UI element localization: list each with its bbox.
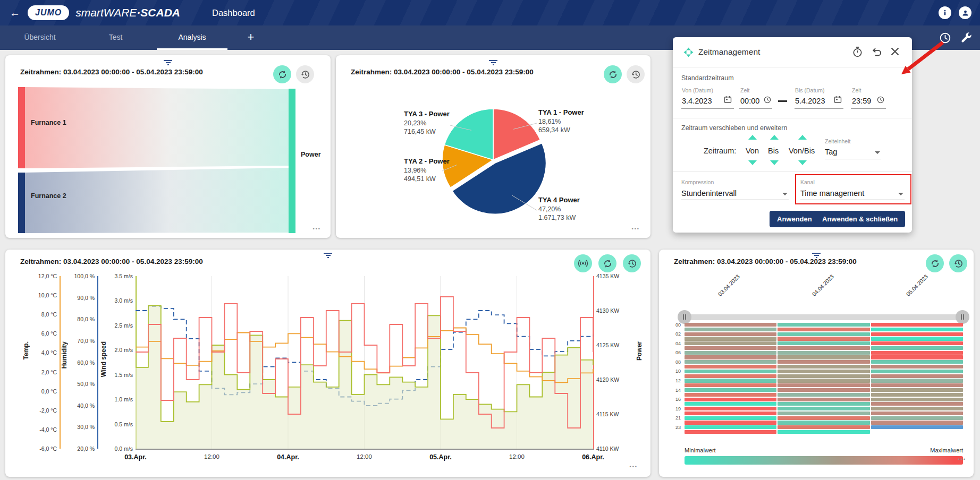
heatmap-cell[interactable]	[685, 332, 776, 336]
heatmap-cell[interactable]	[685, 355, 776, 359]
heatmap-cell[interactable]	[685, 346, 776, 350]
panel-menu-dots[interactable]: •••	[958, 457, 966, 462]
user-account-icon[interactable]	[959, 6, 971, 19]
heatmap-cell[interactable]	[871, 402, 963, 406]
heatmap-cell[interactable]	[778, 370, 869, 373]
clock-icon[interactable]	[877, 96, 884, 104]
clock-icon[interactable]	[764, 96, 771, 104]
chevron-down-icon[interactable]	[875, 151, 880, 154]
heatmap-grid[interactable]: 000204060810121416192123	[663, 323, 964, 435]
shift-bis-up-arrow[interactable]	[770, 135, 779, 140]
heatmap-cell[interactable]	[685, 393, 776, 397]
bis-datum-field[interactable]: 5.4.2023	[795, 97, 825, 105]
jumo-logo[interactable]: JUMO	[28, 5, 69, 20]
heatmap-cell[interactable]	[778, 430, 869, 434]
heatmap-cell[interactable]	[685, 412, 776, 415]
info-icon[interactable]	[939, 6, 951, 19]
heatmap-cell[interactable]	[871, 398, 963, 401]
tab-uebersicht[interactable]: Übersicht	[11, 25, 69, 48]
heatmap-cell[interactable]	[778, 402, 869, 406]
heatmap-cell[interactable]	[778, 412, 869, 415]
heatmap-cell[interactable]	[871, 323, 963, 327]
heatmap-cell[interactable]	[685, 407, 776, 410]
history-button[interactable]	[623, 254, 641, 272]
heatmap-cell[interactable]	[778, 425, 869, 429]
heatmap-cell[interactable]	[685, 341, 776, 345]
heatmap-cell[interactable]	[871, 351, 963, 355]
heatmap-cell[interactable]	[871, 328, 963, 331]
calendar-icon[interactable]	[834, 96, 842, 104]
chevron-down-icon[interactable]	[782, 193, 788, 195]
heatmap-cell[interactable]	[778, 365, 869, 368]
heatmap-cell[interactable]	[871, 416, 963, 420]
heatmap-cell[interactable]	[871, 332, 963, 336]
panel-menu-dots[interactable]: •••	[632, 226, 640, 232]
heatmap-cell[interactable]	[778, 388, 869, 392]
zeiteinheit-select[interactable]: Tag	[825, 148, 837, 156]
heatmap-cell[interactable]	[685, 370, 776, 373]
refresh-button[interactable]	[273, 65, 291, 83]
heatmap-cell[interactable]	[871, 412, 963, 415]
heatmap-cell[interactable]	[778, 383, 869, 387]
heatmap-cell[interactable]	[685, 402, 776, 406]
sankey-node-furnance1[interactable]	[18, 87, 25, 168]
heatmap-cell[interactable]	[685, 337, 776, 340]
line-plot-area[interactable]	[136, 276, 593, 449]
heatmap-cell[interactable]	[871, 341, 963, 345]
heatmap-cell[interactable]	[685, 374, 776, 378]
heatmap-cell[interactable]	[778, 393, 869, 397]
live-button[interactable]	[574, 254, 592, 272]
heatmap-cell[interactable]	[871, 393, 963, 397]
heatmap-cell[interactable]	[778, 360, 869, 364]
back-arrow-icon[interactable]: ←	[10, 7, 20, 19]
sankey-flow-furnance2[interactable]	[25, 168, 289, 233]
kompression-select[interactable]: Stundenintervall	[681, 189, 737, 198]
add-tab-button[interactable]: +	[242, 25, 260, 48]
sankey-flow-furnance1[interactable]	[25, 87, 289, 168]
heatmap-cell[interactable]	[685, 351, 776, 355]
heatmap-cell[interactable]	[778, 379, 869, 382]
heatmap-cell[interactable]	[685, 388, 776, 392]
tab-analysis[interactable]: Analysis	[157, 25, 227, 48]
heatmap-cell[interactable]	[685, 398, 776, 401]
heatmap-cell[interactable]	[871, 365, 963, 368]
bis-zeit-field[interactable]: 23:59	[852, 97, 871, 105]
heatmap-cell[interactable]	[778, 332, 869, 336]
heatmap-cell[interactable]	[871, 383, 963, 387]
filter-icon[interactable]	[323, 253, 333, 259]
heatmap-cell[interactable]	[685, 323, 776, 327]
heatmap-cell[interactable]	[871, 370, 963, 373]
apply-close-button[interactable]: Anwenden & schließen	[815, 211, 905, 227]
timer-icon[interactable]	[852, 46, 863, 57]
heatmap-cell[interactable]	[871, 346, 963, 350]
heatmap-cell[interactable]	[778, 346, 869, 350]
shift-von-up-arrow[interactable]	[748, 135, 757, 140]
heatmap-cell[interactable]	[871, 374, 963, 378]
heatmap-cell[interactable]	[871, 425, 963, 429]
heatmap-cell[interactable]	[871, 407, 963, 410]
sankey-node-furnance2[interactable]	[18, 173, 25, 233]
heatmap-cell[interactable]	[685, 383, 776, 387]
shift-vonbis-up-arrow[interactable]	[798, 135, 807, 140]
heatmap-cell[interactable]	[871, 355, 963, 359]
heatmap-cell[interactable]	[685, 379, 776, 382]
filter-icon[interactable]	[163, 60, 173, 66]
heatmap-cell[interactable]	[871, 337, 963, 340]
heatmap-cell[interactable]	[778, 416, 869, 420]
heatmap-cell[interactable]	[778, 328, 869, 331]
heatmap-cell[interactable]	[685, 430, 776, 434]
heatmap-cell[interactable]	[871, 379, 963, 382]
heatmap-cell[interactable]	[685, 421, 776, 424]
apply-button[interactable]: Anwenden	[770, 211, 820, 227]
heatmap-cell[interactable]	[685, 328, 776, 331]
heatmap-cell[interactable]	[778, 355, 869, 359]
undo-icon[interactable]	[871, 46, 882, 57]
tab-test[interactable]: Test	[85, 25, 146, 48]
heatmap-cell[interactable]	[685, 360, 776, 364]
heatmap-cell[interactable]	[778, 407, 869, 410]
heatmap-cell[interactable]	[685, 365, 776, 368]
heatmap-cell[interactable]	[778, 351, 869, 355]
range-slider-handle-right[interactable]	[956, 310, 969, 324]
panel-menu-dots[interactable]: •••	[630, 464, 638, 469]
calendar-icon[interactable]	[724, 96, 732, 104]
